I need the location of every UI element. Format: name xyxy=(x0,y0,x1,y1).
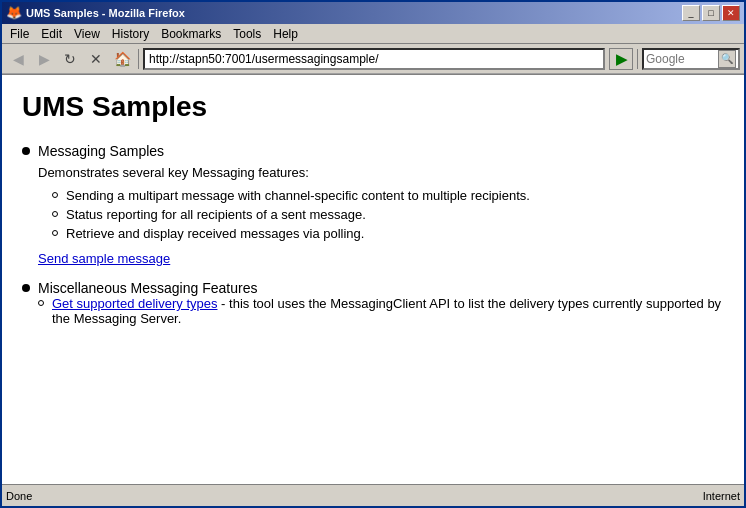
list-item: Status reporting for all recipients of a… xyxy=(52,207,724,222)
bullet-item-misc: Miscellaneous Messaging Features xyxy=(22,280,724,296)
search-box: 🔍 xyxy=(642,48,740,70)
list-item: Sending a multipart message with channel… xyxy=(52,188,724,203)
list-item: Retrieve and display received messages v… xyxy=(52,226,724,241)
sub-bullet xyxy=(52,211,58,217)
maximize-button[interactable]: □ xyxy=(702,5,720,21)
search-button[interactable]: 🔍 xyxy=(718,50,736,68)
sub-list-messaging: Sending a multipart message with channel… xyxy=(52,188,724,241)
toolbar-separator xyxy=(138,49,139,69)
forward-button[interactable]: ▶ xyxy=(32,47,56,71)
reload-button[interactable]: ↻ xyxy=(58,47,82,71)
sub-item-text: Sending a multipart message with channel… xyxy=(66,188,530,203)
status-right: Internet xyxy=(703,490,740,502)
window-title: UMS Samples - Mozilla Firefox xyxy=(26,7,682,19)
menu-help[interactable]: Help xyxy=(267,25,304,43)
browser-icon: 🦊 xyxy=(6,5,22,21)
section-label-misc: Miscellaneous Messaging Features xyxy=(38,280,257,296)
link-section: Send sample message xyxy=(38,251,724,266)
status-bar: Done Internet xyxy=(2,484,744,506)
misc-link-item: Get supported delivery types - this tool… xyxy=(38,296,724,326)
minimize-button[interactable]: _ xyxy=(682,5,700,21)
list-item-misc: Miscellaneous Messaging Features Get sup… xyxy=(22,280,724,326)
toolbar-separator-2 xyxy=(637,49,638,69)
page-title: UMS Samples xyxy=(22,91,724,123)
list-item-messaging: Messaging Samples Demonstrates several k… xyxy=(22,143,724,266)
window-controls: _ □ ✕ xyxy=(682,5,740,21)
get-delivery-types-link[interactable]: Get supported delivery types xyxy=(52,296,217,311)
bullet-dot xyxy=(22,284,30,292)
go-button[interactable]: ▶ xyxy=(609,48,633,70)
main-list: Messaging Samples Demonstrates several k… xyxy=(22,143,724,326)
browser-window: 🦊 UMS Samples - Mozilla Firefox _ □ ✕ Fi… xyxy=(0,0,746,508)
address-input[interactable] xyxy=(143,48,605,70)
menu-history[interactable]: History xyxy=(106,25,155,43)
back-button[interactable]: ◀ xyxy=(6,47,30,71)
sub-bullet xyxy=(38,300,44,306)
address-bar: ▶ xyxy=(143,48,633,70)
sub-item-text: Retrieve and display received messages v… xyxy=(66,226,364,241)
home-button[interactable]: 🏠 xyxy=(110,47,134,71)
menu-bookmarks[interactable]: Bookmarks xyxy=(155,25,227,43)
search-input[interactable] xyxy=(646,52,716,66)
status-zone: Internet xyxy=(703,490,740,502)
menu-bar: File Edit View History Bookmarks Tools H… xyxy=(2,24,744,44)
send-sample-message-link[interactable]: Send sample message xyxy=(38,251,170,266)
menu-tools[interactable]: Tools xyxy=(227,25,267,43)
bullet-dot xyxy=(22,147,30,155)
stop-button[interactable]: ✕ xyxy=(84,47,108,71)
title-bar: 🦊 UMS Samples - Mozilla Firefox _ □ ✕ xyxy=(2,2,744,24)
misc-section: Get supported delivery types - this tool… xyxy=(38,296,724,326)
toolbar: ◀ ▶ ↻ ✕ 🏠 ▶ 🔍 xyxy=(2,44,744,74)
status-text: Done xyxy=(6,490,32,502)
section-description: Demonstrates several key Messaging featu… xyxy=(38,165,724,180)
sub-bullet xyxy=(52,192,58,198)
bullet-item-messaging: Messaging Samples xyxy=(22,143,724,159)
section-label-messaging: Messaging Samples xyxy=(38,143,164,159)
sub-bullet xyxy=(52,230,58,236)
misc-link-text: Get supported delivery types - this tool… xyxy=(52,296,724,326)
sub-item-text: Status reporting for all recipients of a… xyxy=(66,207,366,222)
content-area: UMS Samples Messaging Samples Demonstrat… xyxy=(2,74,744,484)
menu-edit[interactable]: Edit xyxy=(35,25,68,43)
menu-file[interactable]: File xyxy=(4,25,35,43)
close-button[interactable]: ✕ xyxy=(722,5,740,21)
menu-view[interactable]: View xyxy=(68,25,106,43)
